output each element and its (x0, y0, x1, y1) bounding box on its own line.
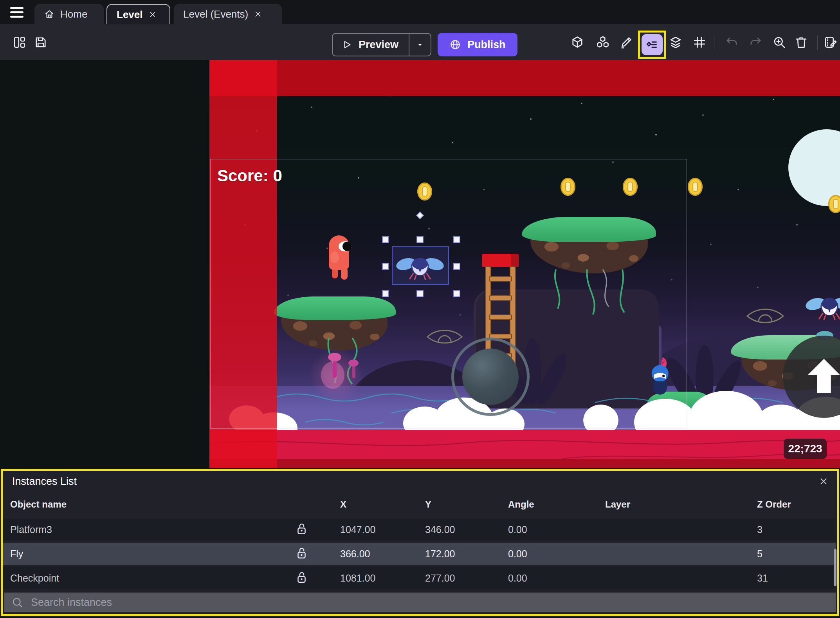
close-icon[interactable] (254, 10, 262, 18)
eye-decoration (746, 305, 785, 327)
panel-title: Instances List (12, 475, 77, 488)
grid-button[interactable] (691, 34, 708, 51)
instances-list-button[interactable] (642, 34, 663, 55)
pencil-icon (619, 35, 633, 49)
preview-split-button: Preview (332, 33, 431, 56)
bottom-darkred-band (209, 459, 840, 468)
scrollbar[interactable] (834, 549, 836, 586)
selection-handle[interactable] (382, 290, 389, 297)
selection-handle[interactable] (416, 290, 424, 297)
menu-icon[interactable] (10, 7, 24, 18)
close-icon[interactable] (148, 10, 157, 19)
up-arrow-icon (804, 356, 840, 397)
tab-label: Level (117, 9, 143, 21)
top-red-band (209, 60, 840, 96)
lock-open-icon[interactable] (296, 546, 307, 563)
tab-level[interactable]: Level (106, 4, 170, 24)
selection-handle[interactable] (453, 263, 460, 270)
instances-panel: Instances List Object nameXYAngleLayerZ … (1, 469, 839, 616)
instance-y: 277.00 (425, 567, 455, 589)
instance-z: 31 (757, 567, 768, 589)
layers-icon (669, 35, 683, 49)
cubes-icon (596, 35, 610, 49)
instance-x: 366.00 (340, 543, 370, 565)
selection-handle[interactable] (416, 236, 424, 243)
publish-label: Publish (467, 39, 506, 51)
toolbar: Preview Publish (0, 24, 840, 60)
moon[interactable] (788, 129, 840, 206)
instance-angle: 0.00 (508, 567, 527, 589)
selection-handle[interactable] (453, 290, 460, 297)
selection-handle[interactable] (382, 236, 389, 243)
instances-list-icon (645, 38, 659, 52)
viewport-frame (210, 159, 687, 429)
column-header: Object name (10, 493, 67, 515)
gdevelop-editor: Home Level Level (Events) Preview (0, 0, 840, 618)
coin-sprite[interactable] (688, 178, 703, 196)
close-panel-button[interactable] (818, 476, 829, 486)
column-header: Angle (508, 493, 534, 515)
tab-label: Level (Events) (183, 8, 248, 20)
instance-name: Platform3 (10, 519, 52, 540)
cube-icon (570, 35, 584, 49)
play-icon (341, 39, 352, 51)
instance-x: 1047.00 (340, 519, 375, 540)
trash-icon (794, 35, 808, 49)
zoom-button[interactable] (771, 34, 788, 51)
tab-bar: Home Level Level (Events) (0, 0, 840, 24)
selection-handle[interactable] (382, 263, 389, 270)
undo-icon (725, 35, 739, 49)
grid-icon (692, 35, 707, 49)
instance-y: 172.00 (425, 543, 455, 565)
instance-name: Fly (10, 543, 23, 565)
fly-enemy[interactable] (805, 290, 840, 323)
tab-home[interactable]: Home (34, 4, 104, 24)
table-row[interactable]: Platform3 1047.00 346.00 0.00 3 (3, 519, 836, 540)
home-icon (44, 9, 55, 20)
save-button[interactable] (32, 34, 49, 51)
redo-icon (748, 35, 762, 49)
cursor-position-badge: 22;723 (784, 439, 827, 459)
instance-z: 5 (757, 543, 762, 565)
table-row[interactable]: Checkpoint 1081.00 277.00 0.00 31 (3, 567, 836, 589)
preview-dropdown-button[interactable] (409, 34, 431, 56)
chevron-down-icon (415, 40, 425, 49)
instance-angle: 0.00 (508, 519, 527, 540)
lock-open-icon[interactable] (296, 522, 307, 538)
instance-y: 346.00 (425, 519, 455, 540)
score-label: Score: 0 (217, 166, 282, 185)
coin-sprite[interactable] (828, 195, 840, 213)
search-input[interactable] (30, 596, 829, 609)
annotation-highlight (638, 31, 666, 59)
edit-document-icon (824, 35, 838, 49)
selection-box[interactable] (392, 246, 449, 285)
search-icon (11, 596, 23, 608)
instance-z: 3 (757, 519, 762, 540)
objects-panel-button[interactable] (569, 34, 586, 51)
delete-button[interactable] (793, 34, 810, 51)
lock-open-icon[interactable] (296, 571, 307, 587)
instance-name: Checkpoint (10, 567, 59, 589)
undo-button[interactable] (723, 34, 741, 51)
close-icon (818, 476, 829, 486)
object-groups-button[interactable] (594, 34, 611, 51)
publish-button[interactable]: Publish (438, 33, 517, 56)
column-header: Z Order (757, 493, 791, 515)
zoom-in-icon (772, 35, 786, 49)
layout-icon (13, 35, 27, 49)
preview-button[interactable]: Preview (333, 34, 409, 56)
layers-panel-button[interactable] (667, 34, 684, 51)
instance-angle: 0.00 (508, 543, 527, 565)
scene-editor-canvas[interactable]: Score: 0 22;723 (0, 60, 840, 468)
redo-button[interactable] (747, 34, 764, 51)
table-header: Object nameXYAngleLayerZ Order (3, 493, 837, 515)
scene-properties-button[interactable] (822, 34, 839, 51)
preview-label: Preview (359, 39, 398, 51)
search-bar[interactable] (4, 593, 836, 612)
layout-panels-button[interactable] (11, 34, 28, 51)
selection-handle[interactable] (453, 236, 460, 243)
edit-button[interactable] (618, 34, 635, 51)
table-row[interactable]: Fly 366.00 172.00 0.00 5 (3, 543, 836, 565)
toolbar-divider (817, 35, 818, 50)
tab-level-events[interactable]: Level (Events) (174, 4, 282, 24)
